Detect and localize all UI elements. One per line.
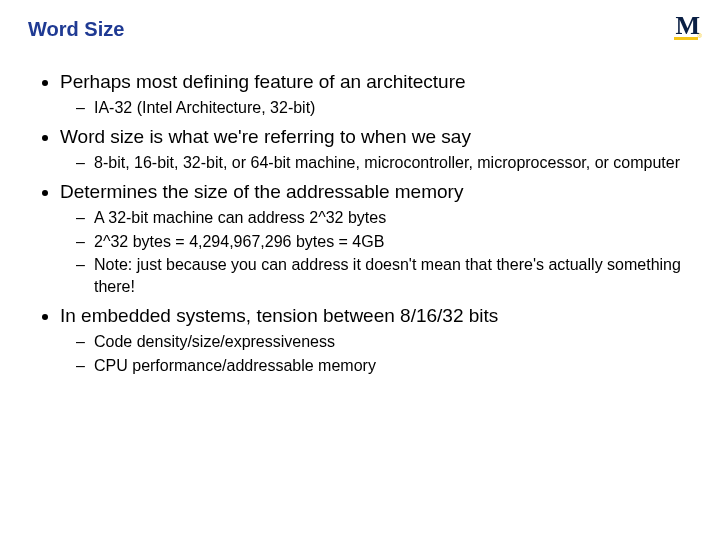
slide-title: Word Size: [28, 18, 692, 41]
sub-item: CPU performance/addressable memory: [94, 355, 692, 377]
bullet-item: Determines the size of the addressable m…: [60, 179, 692, 297]
bullet-text: Word size is what we're referring to whe…: [60, 126, 471, 147]
bullet-text: In embedded systems, tension between 8/1…: [60, 305, 498, 326]
bullet-item: In embedded systems, tension between 8/1…: [60, 303, 692, 376]
sub-list: A 32-bit machine can address 2^32 bytes …: [60, 207, 692, 297]
sub-list: IA-32 (Intel Architecture, 32-bit): [60, 97, 692, 119]
bullet-item: Word size is what we're referring to whe…: [60, 124, 692, 173]
sub-list: 8-bit, 16-bit, 32-bit, or 64-bit machine…: [60, 152, 692, 174]
bullet-item: Perhaps most defining feature of an arch…: [60, 69, 692, 118]
sub-item: 2^32 bytes = 4,294,967,296 bytes = 4GB: [94, 231, 692, 253]
bullet-text: Determines the size of the addressable m…: [60, 181, 463, 202]
slide: Word Size M ® Perhaps most defining feat…: [0, 0, 720, 540]
sub-item: Note: just because you can address it do…: [94, 254, 692, 297]
sub-item: IA-32 (Intel Architecture, 32-bit): [94, 97, 692, 119]
sub-list: Code density/size/expressiveness CPU per…: [60, 331, 692, 376]
logo-block-m: M: [674, 14, 698, 40]
bullet-list: Perhaps most defining feature of an arch…: [28, 69, 692, 376]
logo-trademark: ®: [698, 33, 702, 39]
bullet-text: Perhaps most defining feature of an arch…: [60, 71, 466, 92]
sub-item: Code density/size/expressiveness: [94, 331, 692, 353]
sub-item: 8-bit, 16-bit, 32-bit, or 64-bit machine…: [94, 152, 692, 174]
sub-item: A 32-bit machine can address 2^32 bytes: [94, 207, 692, 229]
